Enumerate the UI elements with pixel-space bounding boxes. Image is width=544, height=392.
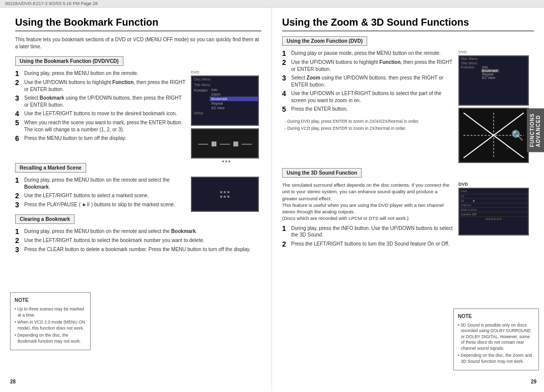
dvd-label-3d: DVD (458, 182, 534, 187)
section3-list: 1During play, press the MENU button on t… (15, 228, 261, 253)
dvd-screen-desc: ■ ■ ■ (191, 160, 261, 163)
sound-list: 1During play, press the INFO button. Use… (282, 225, 453, 248)
section2-list: 1During play, press the MENU button on t… (15, 177, 187, 208)
zoom-display: 🔍 (458, 108, 529, 163)
right-title: Using the Zoom & 3D Sound Functions (282, 17, 534, 31)
dvd-screen-1: Disc Menu Title Menu Function Info Zoom … (191, 75, 259, 126)
sound-section-label: Using the 3D Sound Function (282, 168, 362, 178)
page-num-left: 28 (10, 379, 16, 384)
right-note-box: NOTE • 3D Sound is possible only on disc… (453, 308, 539, 370)
dvd-label-s1: DVD (191, 70, 261, 74)
left-note-box: NOTE • Up to three scenes may be marked … (10, 292, 91, 350)
left-panel: Using the Bookmark Function This feature… (0, 8, 272, 390)
dvd-screen-3: ■ ■ ■■ ■ ■ (191, 177, 259, 212)
section2-label: Recalling a Marked Scene (15, 163, 86, 173)
zoom-section-label: Using the Zoom Function (DVD) (282, 36, 367, 46)
zoom-list: 1During play or pause mode, press the ME… (282, 50, 453, 113)
zoom-section: Using the Zoom Function (DVD) 1During pl… (282, 36, 534, 163)
page-num-right: 29 (531, 379, 536, 384)
section1-label: Using the Bookmark Function (DVD/VCD) (15, 56, 123, 66)
dvd-screen-zoom: Disc Menu Title Menu Function Info Bookm… (458, 55, 529, 106)
section1-list: 1During play, press the MENU button on t… (15, 70, 187, 142)
left-title: Using the Bookmark Function (15, 17, 261, 31)
dvd-screen-2: — ■ — ■ — (191, 128, 259, 159)
sound-intro: The simulated surround effect depends on… (282, 182, 453, 222)
sound-section: Using the 3D Sound Function The simulate… (282, 168, 534, 254)
right-panel: Using the Zoom & 3D Sound Functions Usin… (272, 8, 544, 390)
dvd-screen-3d: DVD 01 02 ■ 0:00:13 ENG 5. (458, 188, 529, 236)
dvd-label-zoom: DVD (458, 50, 534, 54)
left-intro: This feature lets you bookmark sections … (15, 36, 261, 50)
section3-label: Clearing a Bookmark (15, 214, 75, 224)
advanced-functions-tab: ADVANCEDFUNCTIONS (527, 108, 544, 152)
page-header: 00228A/DVD-E217-2 9/2/03 5:16 PM Page 28 (0, 0, 544, 8)
